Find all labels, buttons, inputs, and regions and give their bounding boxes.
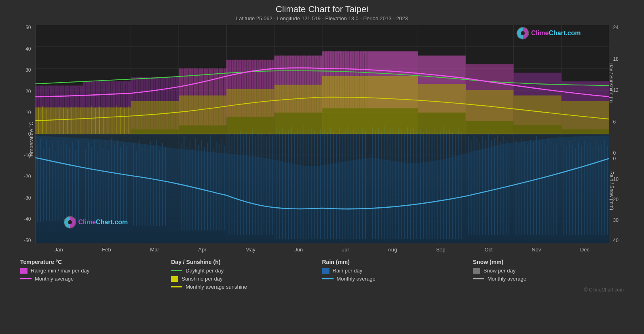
legend-item-snow-avg: Monthly average (473, 276, 624, 282)
legend-title-rain: Rain (mm) (322, 259, 473, 265)
brand-logo-icon-top (516, 27, 529, 40)
page-title: Climate Chart for Taipei (8, 4, 636, 15)
svg-rect-135 (384, 126, 384, 239)
brand-name-bottom: ClimeChart.com (78, 219, 128, 226)
svg-rect-80 (215, 141, 216, 230)
sunshine-swatch (171, 276, 178, 282)
svg-rect-68 (181, 143, 182, 230)
legend-item-daylight: Daylight per day (171, 268, 322, 274)
svg-rect-58 (139, 140, 139, 226)
svg-rect-193 (566, 147, 567, 235)
svg-rect-45 (97, 151, 97, 222)
legend-title-snow: Snow (mm) (473, 259, 624, 265)
svg-rect-181 (527, 145, 528, 234)
svg-rect-124 (347, 126, 348, 239)
svg-rect-164 (473, 135, 474, 235)
snow-label: Snow per day (484, 268, 516, 274)
svg-rect-119 (333, 131, 334, 239)
chart-area: Temperature °C Day / Sunshine (h) Rain /… (11, 25, 633, 255)
temp-range-label: Range min / max per day (31, 268, 89, 274)
svg-rect-54 (123, 143, 124, 222)
svg-rect-149 (426, 128, 427, 239)
svg-rect-131 (372, 127, 373, 239)
svg-rect-29 (46, 140, 46, 221)
svg-rect-188 (547, 138, 548, 235)
svg-rect-203 (595, 141, 596, 235)
svg-rect-160 (458, 128, 458, 239)
svg-rect-90 (246, 133, 247, 235)
y-axis-right: 24 18 12 6 0 0 10 20 30 40 (610, 25, 633, 243)
svg-rect-78 (210, 135, 211, 230)
svg-rect-155 (443, 126, 444, 239)
svg-rect-34 (60, 146, 61, 221)
svg-rect-350 (83, 107, 131, 134)
svg-rect-91 (249, 135, 249, 235)
legend-col-sunshine: Day / Sunshine (h) Daylight per day Suns… (171, 259, 322, 293)
svg-rect-159 (455, 135, 456, 239)
svg-rect-49 (108, 150, 109, 222)
svg-rect-184 (536, 136, 536, 235)
svg-rect-81 (218, 144, 219, 230)
legend-item-temp-avg: Monthly average (20, 276, 171, 282)
svg-rect-33 (57, 140, 58, 221)
svg-rect-165 (476, 138, 477, 235)
svg-rect-35 (63, 141, 64, 221)
svg-rect-61 (147, 149, 148, 226)
svg-rect-154 (440, 130, 441, 239)
svg-rect-63 (153, 146, 154, 226)
svg-rect-143 (407, 127, 408, 239)
snow-swatch (473, 268, 480, 274)
svg-rect-360 (561, 101, 609, 134)
svg-rect-145 (413, 128, 414, 239)
page-subtitle: Latitude 25.062 - Longitude 121.519 - El… (8, 15, 636, 21)
svg-rect-47 (102, 148, 103, 222)
month-nov: Nov (532, 247, 541, 253)
svg-rect-93 (255, 136, 255, 235)
legend-title-sunshine: Day / Sunshine (h) (171, 259, 322, 265)
svg-rect-127 (356, 132, 357, 239)
month-jul: Jul (342, 247, 349, 253)
month-may: May (245, 247, 255, 253)
svg-rect-196 (575, 148, 576, 235)
brand-logo-icon (63, 216, 76, 229)
svg-rect-64 (156, 140, 157, 226)
svg-rect-39 (75, 150, 76, 221)
svg-rect-358 (466, 90, 513, 134)
svg-rect-204 (598, 145, 599, 234)
svg-rect-157 (449, 129, 450, 239)
svg-rect-104 (288, 130, 289, 239)
sunshine-avg-line (171, 286, 182, 287)
svg-rect-84 (228, 134, 229, 235)
legend-item-rain-avg: Monthly average (322, 276, 473, 282)
brand-name-top: ClimeChart.com (531, 30, 581, 37)
svg-rect-141 (401, 130, 402, 239)
svg-rect-198 (581, 146, 582, 235)
svg-rect-359 (513, 96, 561, 134)
svg-rect-103 (285, 132, 286, 239)
svg-rect-167 (482, 136, 483, 235)
svg-rect-31 (52, 143, 53, 221)
svg-rect-126 (353, 129, 354, 239)
svg-rect-162 (468, 136, 469, 235)
svg-rect-353 (226, 89, 274, 134)
svg-rect-178 (518, 144, 519, 234)
svg-rect-190 (553, 145, 554, 234)
svg-rect-44 (94, 140, 95, 222)
svg-rect-166 (479, 143, 480, 235)
sunshine-label: Sunshine per day (182, 276, 222, 282)
month-jan: Jan (55, 247, 63, 253)
svg-rect-36 (66, 144, 67, 221)
svg-rect-118 (330, 128, 331, 239)
svg-rect-30 (49, 147, 49, 221)
svg-rect-205 (601, 144, 602, 234)
svg-rect-37 (69, 147, 70, 221)
svg-rect-185 (539, 141, 540, 235)
svg-rect-187 (545, 144, 545, 234)
svg-rect-355 (322, 76, 370, 134)
svg-rect-153 (437, 132, 438, 239)
svg-rect-200 (587, 145, 587, 234)
svg-rect-59 (141, 147, 142, 226)
svg-rect-140 (398, 128, 399, 239)
svg-rect-174 (503, 136, 503, 235)
rain-avg-label: Monthly average (337, 276, 376, 282)
